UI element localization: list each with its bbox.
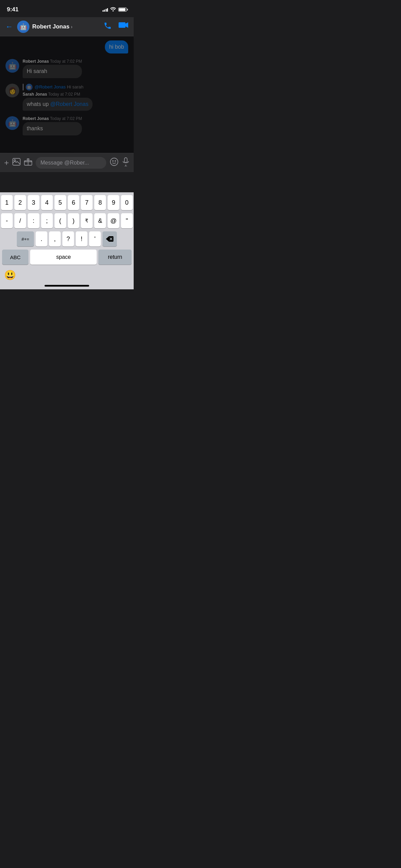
- image-button[interactable]: [12, 158, 21, 168]
- call-button[interactable]: [104, 22, 112, 32]
- status-icons: [102, 7, 127, 12]
- keyboard: 1 2 3 4 5 6 7 8 9 0 - / : ; ( ) ₹ & @ " …: [0, 192, 134, 289]
- svg-point-11: [110, 158, 118, 166]
- svg-rect-14: [124, 158, 127, 162]
- key-period[interactable]: .: [36, 231, 47, 246]
- emoji-button[interactable]: [110, 157, 119, 168]
- key-hashtag-more[interactable]: #+=: [17, 231, 34, 246]
- message-input[interactable]: Message @Rober...: [36, 157, 106, 169]
- contact-name-header[interactable]: Robert Jonas ›: [32, 23, 72, 30]
- plus-button[interactable]: +: [4, 158, 9, 168]
- home-bar: [45, 285, 89, 287]
- key-ampersand[interactable]: &: [94, 213, 106, 228]
- key-abc[interactable]: ABC: [2, 250, 28, 265]
- chat-toolbar: + Message @Rober...: [0, 153, 134, 172]
- chat-area: hi bob 🤖 Robert Jonas Today at 7:02 PM H…: [0, 36, 134, 153]
- key-9[interactable]: 9: [108, 195, 119, 210]
- battery-icon: [118, 8, 127, 12]
- status-time: 9:41: [7, 6, 19, 13]
- chat-header: ← 🤖 Robert Jonas ›: [0, 17, 134, 36]
- keyboard-bottom-row: ABC space return: [1, 250, 133, 267]
- key-space[interactable]: space: [30, 250, 97, 265]
- popup-overlay[interactable]: [0, 36, 134, 153]
- header-actions: [104, 22, 128, 32]
- mic-button[interactable]: [122, 157, 130, 168]
- key-exclaim[interactable]: !: [76, 231, 87, 246]
- keyboard-row-1: 1 2 3 4 5 6 7 8 9 0: [1, 195, 133, 210]
- key-at[interactable]: @: [108, 213, 119, 228]
- wifi-icon: [110, 7, 116, 12]
- keyboard-row-2: - / : ; ( ) ₹ & @ ": [1, 213, 133, 228]
- svg-point-13: [115, 160, 116, 161]
- key-delete[interactable]: [102, 231, 117, 246]
- key-close-paren[interactable]: ): [68, 213, 80, 228]
- key-open-paren[interactable]: (: [54, 213, 66, 228]
- key-8[interactable]: 8: [94, 195, 106, 210]
- key-2[interactable]: 2: [14, 195, 26, 210]
- key-dash[interactable]: -: [1, 213, 13, 228]
- contact-avatar: 🤖: [17, 21, 29, 33]
- key-5[interactable]: 5: [54, 195, 66, 210]
- key-4[interactable]: 4: [41, 195, 53, 210]
- svg-point-12: [112, 160, 113, 161]
- keyboard-emoji-row: 😃: [1, 267, 133, 283]
- key-comma[interactable]: ,: [49, 231, 61, 246]
- emoji-keyboard-button[interactable]: 😃: [3, 267, 17, 283]
- svg-point-0: [112, 10, 114, 11]
- chevron-icon: ›: [71, 24, 73, 29]
- key-1[interactable]: 1: [1, 195, 13, 210]
- key-semicolon[interactable]: ;: [41, 213, 53, 228]
- key-6[interactable]: 6: [68, 195, 80, 210]
- key-colon[interactable]: :: [28, 213, 39, 228]
- key-question[interactable]: ?: [62, 231, 74, 246]
- gift-button[interactable]: [24, 158, 32, 168]
- back-button[interactable]: ←: [5, 22, 13, 31]
- key-3[interactable]: 3: [28, 195, 39, 210]
- key-slash[interactable]: /: [14, 213, 26, 228]
- message-placeholder: Message @Rober...: [40, 160, 89, 166]
- status-bar: 9:41: [0, 0, 134, 17]
- key-rupee[interactable]: ₹: [81, 213, 93, 228]
- key-return[interactable]: return: [98, 250, 132, 265]
- key-7[interactable]: 7: [81, 195, 93, 210]
- key-quote[interactable]: ": [121, 213, 133, 228]
- keyboard-row-3: #+= . , ? ! ': [1, 231, 133, 246]
- key-0[interactable]: 0: [121, 195, 133, 210]
- signal-bars-icon: [102, 8, 108, 12]
- key-apostrophe[interactable]: ': [89, 231, 101, 246]
- video-call-button[interactable]: [119, 22, 128, 32]
